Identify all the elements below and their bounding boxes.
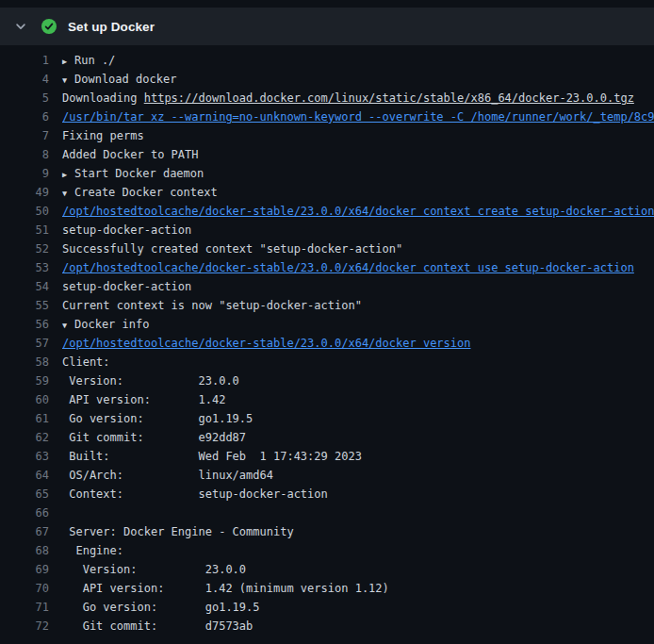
line-content: ▶Start Docker daemon: [62, 164, 204, 183]
log-text: Server: Docker Engine - Community: [62, 525, 294, 538]
line-number[interactable]: 60: [0, 390, 49, 409]
chevron-down-icon[interactable]: [13, 19, 28, 34]
log-url-link[interactable]: https://download.docker.com/linux/static…: [144, 91, 634, 105]
line-number[interactable]: 61: [0, 409, 49, 428]
chevron-right-icon[interactable]: ▶: [62, 52, 74, 70]
line-number[interactable]: 62: [0, 428, 49, 447]
log-viewer: Set up Docker 1▶Run ./4▼Download docker5…: [0, 0, 654, 644]
line-number[interactable]: 70: [0, 579, 49, 598]
log-text: Git commit: e92dd87: [62, 431, 246, 444]
log-line: 52Successfully created context "setup-do…: [0, 239, 654, 258]
log-line: 69 Version: 23.0.0: [0, 560, 654, 579]
log-line[interactable]: 9▶Start Docker daemon: [0, 164, 654, 183]
log-text: setup-docker-action: [62, 223, 191, 237]
line-number[interactable]: 68: [0, 541, 49, 560]
line-number[interactable]: 55: [0, 296, 49, 315]
log-text: Engine:: [62, 544, 123, 557]
log-line: 6/usr/bin/tar xz --warning=no-unknown-ke…: [0, 107, 654, 126]
line-number[interactable]: 58: [0, 353, 49, 372]
log-text: Client:: [62, 355, 110, 369]
log-line: 53/opt/hostedtoolcache/docker-stable/23.…: [0, 258, 654, 277]
log-line[interactable]: 1▶Run ./: [0, 51, 654, 70]
line-number[interactable]: 8: [0, 145, 49, 164]
log-line: 54setup-docker-action: [0, 277, 654, 296]
log-line: 57/opt/hostedtoolcache/docker-stable/23.…: [0, 334, 654, 353]
step-header[interactable]: Set up Docker: [0, 8, 654, 45]
line-content: Version: 23.0.0: [62, 560, 246, 579]
log-line: 67 Server: Docker Engine - Community: [0, 522, 654, 541]
log-line: 70 API version: 1.42 (minimum version 1.…: [0, 579, 654, 598]
line-number[interactable]: 59: [0, 372, 49, 390]
line-content: Version: 23.0.0: [62, 372, 239, 390]
line-number[interactable]: 4: [0, 70, 49, 89]
line-number[interactable]: 5: [0, 89, 49, 107]
step-title: Set up Docker: [68, 20, 155, 34]
group-title: Start Docker daemon: [74, 167, 204, 180]
line-content: ▼Download docker: [62, 70, 176, 89]
log-text: API version: 1.42 (minimum version 1.12): [62, 582, 389, 595]
log-line: 65 Context: setup-docker-action: [0, 485, 654, 504]
log-text: OS/Arch: linux/amd64: [62, 469, 273, 482]
line-content: Context: setup-docker-action: [62, 485, 328, 504]
chevron-down-icon[interactable]: ▼: [62, 316, 74, 334]
log: 1▶Run ./4▼Download docker5Downloading ht…: [0, 45, 654, 636]
line-number[interactable]: 57: [0, 334, 49, 353]
top-spacer: [0, 0, 654, 8]
line-number[interactable]: 69: [0, 560, 49, 579]
line-number[interactable]: 9: [0, 164, 49, 183]
line-number[interactable]: 66: [0, 504, 49, 522]
log-line: 5Downloading https://download.docker.com…: [0, 89, 654, 107]
line-number[interactable]: 51: [0, 221, 49, 239]
line-content: Git commit: e92dd87: [62, 428, 246, 447]
line-number[interactable]: 54: [0, 277, 49, 296]
log-text: Successfully created context "setup-dock…: [62, 242, 402, 256]
log-line: 64 OS/Arch: linux/amd64: [0, 466, 654, 485]
line-number[interactable]: 52: [0, 239, 49, 258]
chevron-right-icon[interactable]: ▶: [62, 165, 74, 183]
log-text: API version: 1.42: [62, 393, 225, 406]
line-content: Git commit: d7573ab: [62, 617, 253, 636]
line-number[interactable]: 50: [0, 202, 49, 221]
line-content: Built: Wed Feb 1 17:43:29 2023: [62, 447, 362, 466]
log-line[interactable]: 4▼Download docker: [0, 70, 654, 89]
line-content: /opt/hostedtoolcache/docker-stable/23.0.…: [62, 258, 634, 277]
line-content: /opt/hostedtoolcache/docker-stable/23.0.…: [62, 334, 470, 353]
log-line[interactable]: 56▼Docker info: [0, 315, 654, 334]
log-text: Version: 23.0.0: [62, 374, 239, 388]
line-content: Downloading https://download.docker.com/…: [62, 89, 634, 107]
log-line: 61 Go version: go1.19.5: [0, 409, 654, 428]
line-number[interactable]: 1: [0, 51, 49, 70]
line-number[interactable]: 53: [0, 258, 49, 277]
chevron-down-icon[interactable]: ▼: [62, 184, 74, 202]
line-number[interactable]: 72: [0, 617, 49, 636]
chevron-down-icon[interactable]: ▼: [62, 71, 74, 89]
line-number[interactable]: 6: [0, 107, 49, 126]
command-text: /opt/hostedtoolcache/docker-stable/23.0.…: [62, 337, 470, 350]
log-line: 7Fixing perms: [0, 126, 654, 145]
log-line: 60 API version: 1.42: [0, 390, 654, 409]
line-number[interactable]: 63: [0, 447, 49, 466]
line-content: Engine:: [62, 541, 123, 560]
line-number[interactable]: 49: [0, 183, 49, 202]
line-content: Added Docker to PATH: [62, 145, 199, 164]
line-number[interactable]: 7: [0, 126, 49, 145]
log-line: 59 Version: 23.0.0: [0, 372, 654, 390]
log-line[interactable]: 49▼Create Docker context: [0, 183, 654, 202]
log-text: Added Docker to PATH: [62, 148, 199, 161]
line-number[interactable]: 71: [0, 598, 49, 617]
line-number[interactable]: 67: [0, 522, 49, 541]
line-content: /usr/bin/tar xz --warning=no-unknown-key…: [62, 107, 654, 126]
log-line: 66: [0, 504, 654, 522]
line-number[interactable]: 64: [0, 466, 49, 485]
log-line: 51setup-docker-action: [0, 221, 654, 239]
line-content: Go version: go1.19.5: [62, 409, 253, 428]
log-text: Go version: go1.19.5: [62, 412, 253, 425]
command-text: /opt/hostedtoolcache/docker-stable/23.0.…: [62, 261, 634, 274]
log-line: 71 Go version: go1.19.5: [0, 598, 654, 617]
line-number[interactable]: 56: [0, 315, 49, 334]
log-text: Current context is now "setup-docker-act…: [62, 299, 362, 312]
line-number[interactable]: 65: [0, 485, 49, 504]
line-content: Server: Docker Engine - Community: [62, 522, 294, 541]
group-title: Docker info: [74, 318, 149, 331]
line-content: API version: 1.42 (minimum version 1.12): [62, 579, 389, 598]
